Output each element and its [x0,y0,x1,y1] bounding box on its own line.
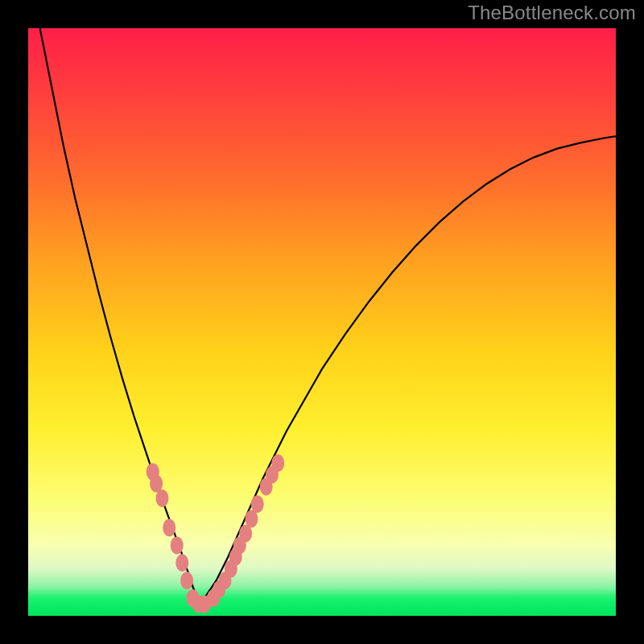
chart-frame: TheBottleneck.com [0,0,644,644]
marker-dot [175,554,188,572]
right-curve [199,136,616,601]
marker-dot [251,495,264,513]
chart-svg [28,28,616,616]
watermark-text: TheBottleneck.com [468,2,636,24]
marker-dot [271,454,284,472]
plot-area [28,28,616,616]
marker-dot [180,572,193,589]
marker-dot [163,519,175,537]
left-curve [40,28,199,601]
marker-dot [171,536,184,554]
marker-dot [155,489,168,507]
